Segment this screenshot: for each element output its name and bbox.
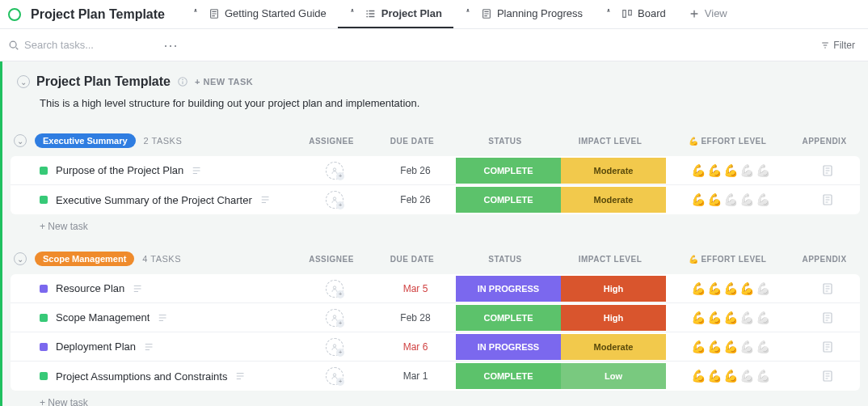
tab-getting-started-guide[interactable]: Getting Started Guide (181, 0, 338, 28)
impact-badge[interactable]: High (561, 276, 666, 302)
task-name: Purpose of the Project Plan (56, 164, 183, 176)
col-assignee: ASSIGNEE (291, 137, 372, 146)
effort-level[interactable]: 💪💪💪💪💪 (666, 281, 795, 296)
more-options-icon[interactable]: ⋯ (158, 36, 183, 54)
description-icon[interactable] (235, 370, 246, 382)
new-task-button-top[interactable]: + NEW TASK (195, 77, 253, 87)
status-badge[interactable]: IN PROGRESS (456, 276, 561, 302)
appendix-cell[interactable] (795, 193, 860, 206)
col-appendix: APPENDIX (792, 255, 857, 264)
filter-icon (820, 40, 830, 50)
table-row[interactable]: Executive Summary of the Project Charter… (11, 185, 860, 214)
new-task-button[interactable]: + New task (11, 391, 860, 406)
group-collapse-toggle[interactable]: ⌄ (14, 252, 27, 265)
panel-description: This is a high level structure for build… (40, 97, 853, 109)
status-badge[interactable]: COMPLETE (456, 363, 561, 389)
status-dot-icon (40, 167, 48, 175)
new-task-button[interactable]: + New task (11, 214, 860, 234)
col-assignee: ASSIGNEE (291, 255, 372, 264)
col-impact: IMPACT LEVEL (558, 137, 663, 146)
tab-project-plan[interactable]: Project Plan (338, 0, 453, 28)
description-icon[interactable] (144, 341, 155, 353)
description-icon[interactable] (192, 165, 203, 176)
group-task-count: 4 TASKS (142, 254, 181, 264)
group-scope-management: ⌄ Scope Management 4 TASKS ASSIGNEE DUE … (11, 252, 860, 406)
group-header: ⌄ Scope Management 4 TASKS ASSIGNEE DUE … (11, 252, 860, 274)
assignee-cell[interactable]: + (294, 191, 375, 209)
due-date[interactable]: Feb 26 (375, 194, 456, 205)
impact-badge[interactable]: Low (561, 363, 666, 389)
note-icon (821, 370, 834, 383)
description-icon[interactable] (260, 194, 272, 205)
status-badge[interactable]: COMPLETE (456, 305, 561, 331)
doc-icon (209, 8, 220, 19)
pin-icon (465, 8, 476, 19)
col-impact: IMPACT LEVEL (558, 255, 663, 264)
effort-level[interactable]: 💪💪💪💪💪 (666, 311, 795, 325)
appendix-cell[interactable] (795, 370, 860, 383)
col-due-date: DUE DATE (372, 137, 453, 146)
status-badge[interactable]: COMPLETE (456, 158, 561, 184)
table-row[interactable]: Project Assumptions and Constraints + Ma… (11, 362, 860, 391)
effort-level[interactable]: 💪💪💪💪💪 (666, 369, 795, 383)
description-icon[interactable] (133, 283, 144, 294)
task-name: Executive Summary of the Project Charter (56, 194, 252, 206)
group-chip[interactable]: Executive Summary (35, 133, 136, 148)
assign-user-icon[interactable]: + (326, 280, 343, 298)
status-badge[interactable]: IN PROGRESS (456, 334, 561, 360)
note-icon (821, 340, 834, 353)
effort-level[interactable]: 💪💪💪💪💪 (666, 163, 795, 178)
appendix-cell[interactable] (795, 311, 860, 324)
due-date[interactable]: Feb 28 (375, 312, 456, 324)
table-row[interactable]: Resource Plan + Mar 5 IN PROGRESS High 💪… (11, 274, 860, 303)
due-date[interactable]: Mar 6 (375, 341, 456, 353)
panel-collapse-toggle[interactable]: ⌄ (17, 75, 30, 88)
assign-user-icon[interactable]: + (326, 338, 343, 356)
panel-title: Project Plan Template (36, 74, 171, 89)
appendix-cell[interactable] (795, 340, 860, 353)
col-status: STATUS (453, 137, 558, 146)
due-date[interactable]: Mar 1 (375, 370, 456, 382)
assignee-cell[interactable]: + (294, 367, 375, 385)
tab-label: Board (638, 7, 666, 19)
info-icon[interactable] (177, 76, 188, 87)
filter-button[interactable]: Filter (815, 40, 860, 51)
task-name: Deployment Plan (56, 340, 136, 353)
list-icon (365, 8, 377, 19)
assign-user-icon[interactable]: + (326, 309, 343, 327)
plus-icon (689, 8, 700, 19)
impact-badge[interactable]: Moderate (561, 187, 666, 213)
effort-level[interactable]: 💪💪💪💪💪 (666, 192, 795, 207)
assign-user-icon[interactable]: + (326, 367, 343, 385)
appendix-cell[interactable] (795, 282, 860, 295)
note-icon (821, 164, 834, 177)
impact-badge[interactable]: Moderate (561, 334, 666, 360)
appendix-cell[interactable] (795, 164, 860, 177)
page-title: Project Plan Template (31, 7, 165, 22)
description-icon[interactable] (158, 312, 169, 324)
tab-planning-progress[interactable]: Planning Progress (453, 0, 594, 28)
group-chip[interactable]: Scope Management (35, 252, 134, 266)
assignee-cell[interactable]: + (294, 338, 375, 356)
group-collapse-toggle[interactable]: ⌄ (14, 134, 27, 147)
assignee-cell[interactable]: + (294, 280, 375, 298)
due-date[interactable]: Mar 5 (375, 283, 456, 294)
table-row[interactable]: Purpose of the Project Plan + Feb 26 COM… (11, 156, 860, 185)
table-row[interactable]: Deployment Plan + Mar 6 IN PROGRESS Mode… (11, 332, 860, 362)
assign-user-icon[interactable]: + (326, 191, 343, 209)
due-date[interactable]: Feb 26 (375, 165, 456, 176)
assign-user-icon[interactable]: + (326, 162, 343, 180)
add-view-label: View (705, 7, 727, 19)
impact-badge[interactable]: Moderate (561, 158, 666, 184)
add-view-button[interactable]: View (677, 0, 739, 28)
tab-label: Project Plan (381, 7, 442, 19)
status-badge[interactable]: COMPLETE (456, 187, 561, 213)
brand-circle-icon (8, 8, 21, 21)
impact-badge[interactable]: High (561, 305, 666, 331)
tab-board[interactable]: Board (594, 0, 677, 28)
effort-level[interactable]: 💪💪💪💪💪 (666, 340, 795, 354)
table-row[interactable]: Scope Management + Feb 28 COMPLETE High … (11, 303, 860, 332)
search-input[interactable] (24, 39, 154, 51)
assignee-cell[interactable]: + (294, 162, 375, 180)
assignee-cell[interactable]: + (294, 309, 375, 327)
